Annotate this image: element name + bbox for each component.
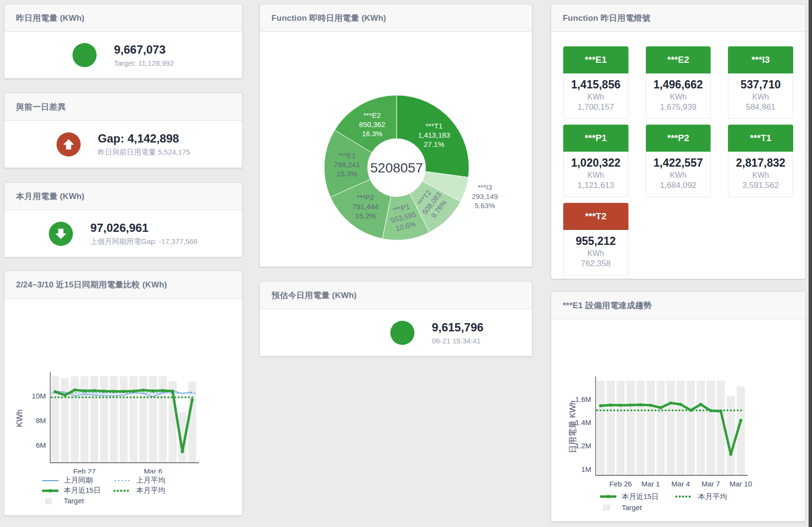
data-point [599, 404, 602, 407]
target-bar [120, 376, 128, 463]
tile-label: ***E1 [563, 46, 628, 73]
status-tile-T1[interactable]: ***T12,817,832KWh3,591,562 [728, 125, 793, 197]
target-bar [61, 378, 69, 463]
panel-gap-header[interactable]: 與前一日差異 [4, 93, 242, 121]
tile-label: ***T2 [563, 203, 628, 230]
data-point [639, 403, 642, 406]
stat-value: 9,667,073 [114, 43, 174, 57]
target-bar [129, 376, 138, 463]
target-bar [697, 381, 705, 475]
legend-item-本月近15日[interactable]: 本月近15日 [41, 486, 113, 495]
x-tick-label: Mar 4 [671, 480, 690, 488]
target-bar [149, 376, 157, 463]
target-bar [707, 381, 715, 475]
data-point [609, 403, 612, 406]
data-point [161, 389, 164, 392]
legend-row: 本月近15日本月平均 [41, 485, 165, 496]
donut-center-total: 5208057 [370, 160, 423, 175]
y-tick-label: 1.6M [575, 395, 591, 403]
data-point [659, 406, 662, 409]
panel-lights-header[interactable]: Function 昨日用電燈號 [551, 4, 805, 32]
status-circle-icon [390, 321, 414, 345]
stat-subtitle: 上個月同期用電Gap: -17,377,566 [90, 237, 198, 246]
tile-label: ***T1 [728, 125, 793, 152]
tile-unit: KWh [566, 171, 626, 180]
data-point [191, 398, 194, 401]
legend-item-本月近15日[interactable]: 本月近15日 [598, 492, 675, 501]
arrow-up-icon [57, 132, 81, 157]
data-point [73, 388, 76, 391]
panel-compare-header[interactable]: 2/24~3/10 近15日同期用電量比較 (KWh) [4, 271, 242, 299]
target-bar [637, 381, 645, 475]
tile-unit: KWh [730, 93, 791, 101]
dots-legend-marker-icon [675, 493, 694, 500]
target-bar [727, 396, 735, 475]
panel-trend-header[interactable]: ***E1 設備用電達成趨勢 [551, 292, 805, 319]
tile-target: 1,675,939 [648, 102, 709, 112]
stat-block: 97,026,961 上個月同期用電Gap: -17,377,566 [90, 221, 198, 246]
legend-label: Target [622, 503, 642, 512]
legend-row: Target [41, 496, 165, 506]
target-bar [51, 376, 59, 463]
stat-value: 9,615,796 [432, 321, 484, 334]
legend-label: 上月平均 [136, 476, 165, 485]
tile-value: 1,422,557 [648, 157, 709, 170]
function-usage-donut-chart: ***T11,413,18327.1%***I3293,1495.63%***T… [260, 32, 532, 267]
target-bar [627, 381, 635, 475]
legend-item-本月平均[interactable]: 本月平均 [675, 492, 727, 501]
panel-status-lights: Function 昨日用電燈號 ***E11,415,856KWh1,700,1… [551, 4, 806, 279]
tile-body: 1,422,557KWh1,684,092 [646, 152, 711, 197]
tile-body: 1,496,662KWh1,675,939 [646, 73, 711, 119]
panel-title: 本月用電量 (KWh) [16, 191, 85, 202]
tile-value: 955,212 [566, 235, 626, 248]
page-scrollbar[interactable] [809, 0, 812, 527]
tile-target: 1,700,157 [566, 102, 626, 112]
y-axis-label: 日用電量 KWh [568, 400, 577, 454]
status-tile-T2[interactable]: ***T2955,212KWh762,358 [563, 203, 628, 275]
panel-month-header[interactable]: 本月用電量 (KWh) [4, 183, 242, 210]
x-tick-label: Mar 6 [144, 467, 162, 473]
panel-yesterday-header[interactable]: 昨日用電量 (KWh) [4, 4, 242, 32]
legend-label: 本月平均 [698, 492, 727, 501]
target-bar [607, 381, 615, 475]
tile-value: 1,496,662 [648, 78, 709, 91]
panel-realtime-donut: Function 即時日用電量 (KWh) ***T11,413,18327.1… [259, 4, 532, 267]
x-tick-label: Mar 7 [701, 480, 720, 488]
tile-value: 537,710 [730, 78, 791, 91]
data-point [83, 389, 86, 392]
status-tile-E1[interactable]: ***E11,415,856KWh1,700,157 [563, 46, 628, 119]
data-point [699, 403, 702, 406]
data-point [152, 389, 155, 392]
stat-value: 97,026,961 [90, 221, 198, 235]
trend-chart-legend[interactable]: 本月近15日本月平均Target [598, 491, 727, 513]
data-point [93, 389, 96, 392]
tile-body: 1,415,856KWh1,700,157 [563, 73, 628, 119]
status-tile-P1[interactable]: ***P11,020,322KWh1,121,613 [563, 125, 628, 197]
panel-estimate-header[interactable]: 預估今日用電量 (KWh) [260, 282, 532, 309]
panel-title: Function 昨日用電燈號 [563, 13, 650, 24]
donut-slice-label: ***I3293,1495.63% [472, 183, 498, 210]
tile-unit: KWh [648, 171, 709, 180]
legend-item-Target[interactable]: Target [41, 497, 84, 505]
y-tick-label: 10M [32, 392, 46, 400]
tile-value: 2,817,832 [730, 157, 791, 170]
panel-yesterday-usage: 昨日用電量 (KWh) 9,667,073 Target: 11,128,992 [4, 4, 242, 79]
tile-value: 1,415,856 [566, 78, 626, 91]
thick-legend-marker-icon [41, 487, 60, 494]
compare-chart-legend[interactable]: 上月同期上月平均本月近15日本月平均Target [41, 475, 165, 506]
status-tile-I3[interactable]: ***I3537,710KWh584,861 [728, 46, 793, 119]
stat-subtitle: 昨日與前日用電量 5,524,175 [98, 148, 190, 157]
legend-row: 本月近15日本月平均 [598, 491, 727, 502]
panel-month-usage: 本月用電量 (KWh) 97,026,961 上個月同期用電Gap: -17,3… [4, 182, 242, 257]
tile-unit: KWh [648, 93, 709, 101]
legend-item-上月平均[interactable]: 上月平均 [113, 476, 165, 485]
legend-item-本月平均[interactable]: 本月平均 [113, 486, 165, 495]
status-tile-P2[interactable]: ***P21,422,557KWh1,684,092 [646, 125, 711, 197]
tile-label: ***I3 [728, 46, 793, 73]
legend-item-Target[interactable]: Target [598, 503, 642, 512]
legend-item-上月同期[interactable]: 上月同期 [41, 476, 113, 485]
status-tile-E2[interactable]: ***E21,496,662KWh1,675,939 [646, 46, 711, 119]
data-point [679, 403, 682, 406]
box-legend-marker-icon [41, 498, 60, 504]
panel-donut-header[interactable]: Function 即時日用電量 (KWh) [260, 4, 532, 32]
